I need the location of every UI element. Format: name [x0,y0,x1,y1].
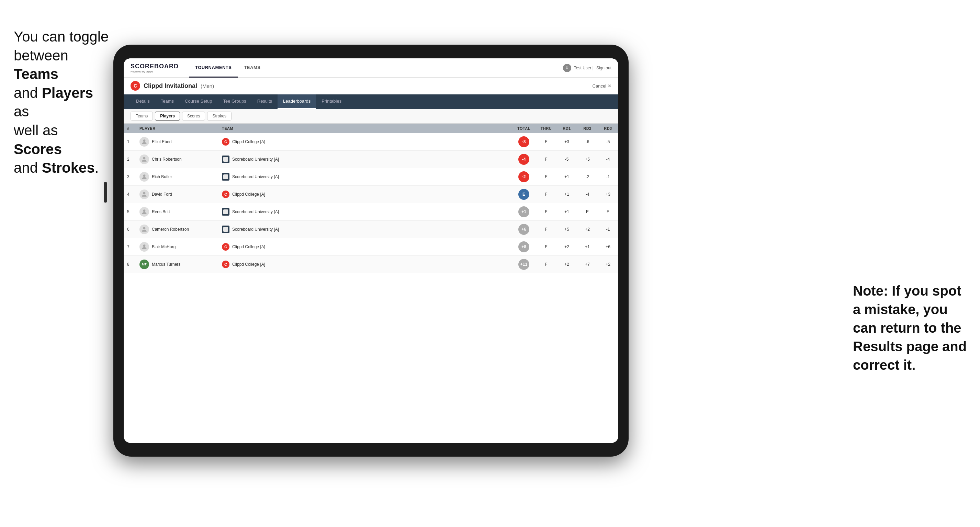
cell-thru: F [536,151,557,168]
svg-point-2 [143,157,146,159]
player-name: Rees Britt [152,210,170,214]
team-logo: C [222,138,229,146]
cell-thru: F [536,203,557,221]
tab-teams[interactable]: Teams [155,94,179,109]
col-rd2: RD2 [577,124,598,133]
tournament-header: C Clippd Invitational (Men) Cancel ✕ [124,78,618,94]
subtab-strokes[interactable]: Strokes [207,111,232,121]
tab-details[interactable]: Details [130,94,155,109]
svg-point-6 [143,227,146,229]
player-avatar [140,207,149,217]
score-badge: +1 [518,206,529,217]
team-logo [222,225,229,233]
subtab-players[interactable]: Players [155,111,180,121]
table-header-row: # PLAYER TEAM TOTAL THRU RD1 RD2 RD3 [124,124,618,133]
cell-rd2: +7 [577,256,598,273]
cell-rd3: -1 [598,168,618,186]
score-badge: E [518,189,529,200]
cell-rd2: -4 [577,186,598,203]
tab-leaderboards[interactable]: Leaderboards [278,94,316,109]
cell-rank: 3 [124,168,136,186]
table-row: 7Blair McHargCClippd College [A]+8F+2+1+… [124,238,618,256]
cell-rd3: +6 [598,238,618,256]
table-row: 5Rees BrittScoreboard University [A]+1F+… [124,203,618,221]
cell-thru: F [536,238,557,256]
cell-player: Cameron Robertson [136,221,218,238]
player-name: Blair McHarg [152,244,175,249]
team-name: Scoreboard University [A] [232,157,279,162]
cell-rd1: +1 [557,203,577,221]
logo-subtitle: Powered by clippd [130,70,179,73]
annotation-right: Note: If you spot a mistake, you can ret… [853,281,970,374]
team-name: Scoreboard University [A] [232,227,279,232]
tab-printables[interactable]: Printables [316,94,347,109]
cell-player: Rees Britt [136,203,218,221]
col-team: TEAM [218,124,491,133]
cell-rd2: +5 [577,151,598,168]
col-player: PLAYER [136,124,218,133]
cell-rd1: +2 [557,238,577,256]
user-name: Test User | [574,65,593,70]
tournament-title: C Clippd Invitational (Men) [130,81,214,90]
cell-team: Scoreboard University [A] [218,151,491,168]
cell-total: +8 [512,238,536,256]
player-name: David Ford [152,192,172,197]
cell-total: -8 [512,133,536,151]
cell-player: Elliot Ebert [136,133,218,151]
player-avatar: MT [140,260,149,269]
svg-point-5 [143,210,146,212]
team-name: Clippd College [A] [232,244,265,249]
user-avatar: U [563,64,571,72]
subtab-scores[interactable]: Scores [182,111,205,121]
player-name: Elliot Ebert [152,140,172,144]
svg-point-7 [143,244,146,247]
tournament-gender: (Men) [200,83,214,89]
cell-rd2: +1 [577,238,598,256]
cancel-button[interactable]: Cancel ✕ [593,83,611,89]
table-row: 8MTMarcus TurnersCClippd College [A]+11F… [124,256,618,273]
score-badge: +6 [518,224,529,235]
ipad-side-button [104,182,107,203]
cell-player: Rich Butler [136,168,218,186]
cell-rd1: +3 [557,133,577,151]
cell-rank: 6 [124,221,136,238]
sign-out-link[interactable]: Sign out [596,65,611,70]
player-avatar [140,137,149,147]
team-logo: C [222,243,229,251]
leaderboard-table: # PLAYER TEAM TOTAL THRU RD1 RD2 RD3 1El… [124,124,618,443]
player-avatar [140,242,149,252]
subtab-teams[interactable]: Teams [130,111,153,121]
table-row: 3Rich ButlerScoreboard University [A]-2F… [124,168,618,186]
cell-rd3: +2 [598,256,618,273]
logo-area: SCOREBOARD Powered by clippd [130,63,179,73]
cell-rd3: E [598,203,618,221]
top-nav-links: TOURNAMENTS TEAMS [189,58,563,78]
cell-player: Blair McHarg [136,238,218,256]
cell-rank: 7 [124,238,136,256]
nav-tournaments[interactable]: TOURNAMENTS [189,58,238,78]
top-nav-right: U Test User | Sign out [563,64,611,72]
cell-team: Scoreboard University [A] [218,168,491,186]
cell-thru: F [536,256,557,273]
sub-tabs: Teams Players Scores Strokes [124,109,618,124]
team-name: Clippd College [A] [232,262,265,267]
cell-rd2: E [577,203,598,221]
app-logo: SCOREBOARD [130,63,179,70]
cell-rank: 4 [124,186,136,203]
cell-total: +6 [512,221,536,238]
score-badge: -2 [518,171,529,182]
team-logo [222,173,229,181]
cell-rank: 5 [124,203,136,221]
tab-course-setup[interactable]: Course Setup [179,94,218,109]
cell-rank: 1 [124,133,136,151]
nav-teams[interactable]: TEAMS [238,58,267,78]
tournament-name: Clippd Invitational [143,83,197,90]
cell-total: -2 [512,168,536,186]
tab-tee-groups[interactable]: Tee Groups [218,94,252,109]
col-rank: # [124,124,136,133]
col-thru: THRU [536,124,557,133]
col-rd1: RD1 [557,124,577,133]
tab-results[interactable]: Results [252,94,278,109]
cell-rd2: +2 [577,221,598,238]
cell-rd1: +5 [557,221,577,238]
